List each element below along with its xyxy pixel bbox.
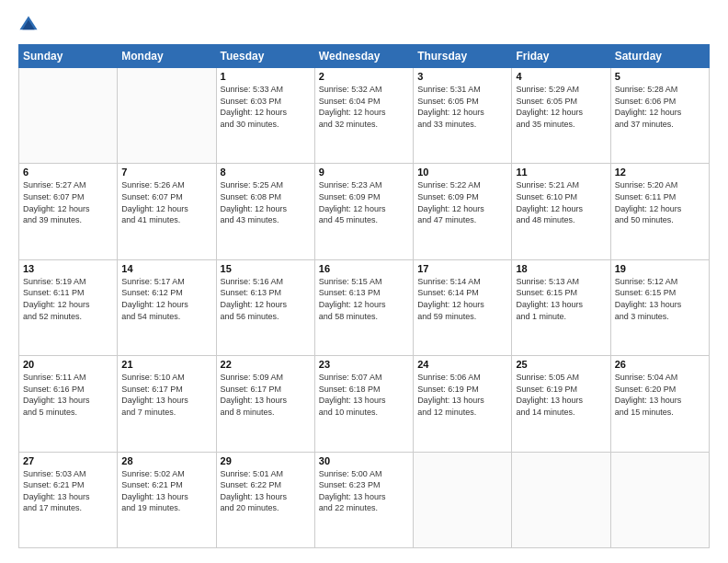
- day-info: Sunrise: 5:12 AM Sunset: 6:15 PM Dayligh…: [615, 276, 705, 322]
- calendar-week-1: 6Sunrise: 5:27 AM Sunset: 6:07 PM Daylig…: [19, 164, 710, 259]
- day-number: 6: [23, 167, 113, 178]
- day-number: 27: [23, 455, 113, 466]
- calendar-cell: 15Sunrise: 5:16 AM Sunset: 6:13 PM Dayli…: [216, 259, 314, 355]
- day-info: Sunrise: 5:10 AM Sunset: 6:17 PM Dayligh…: [121, 372, 211, 418]
- calendar-cell: 14Sunrise: 5:17 AM Sunset: 6:12 PM Dayli…: [118, 259, 216, 355]
- day-info: Sunrise: 5:21 AM Sunset: 6:10 PM Dayligh…: [516, 179, 606, 225]
- day-info: Sunrise: 5:15 AM Sunset: 6:13 PM Dayligh…: [319, 276, 409, 322]
- day-number: 14: [121, 263, 211, 274]
- day-number: 17: [417, 263, 507, 274]
- day-info: Sunrise: 5:06 AM Sunset: 6:19 PM Dayligh…: [417, 372, 507, 418]
- day-info: Sunrise: 5:00 AM Sunset: 6:23 PM Dayligh…: [319, 468, 409, 514]
- day-info: Sunrise: 5:02 AM Sunset: 6:21 PM Dayligh…: [121, 468, 211, 514]
- day-info: Sunrise: 5:14 AM Sunset: 6:14 PM Dayligh…: [417, 276, 507, 322]
- day-info: Sunrise: 5:27 AM Sunset: 6:07 PM Dayligh…: [23, 179, 113, 225]
- calendar-cell: 22Sunrise: 5:09 AM Sunset: 6:17 PM Dayli…: [216, 356, 314, 452]
- day-info: Sunrise: 5:01 AM Sunset: 6:22 PM Dayligh…: [221, 468, 311, 514]
- calendar-cell: 3Sunrise: 5:31 AM Sunset: 6:05 PM Daylig…: [414, 68, 512, 164]
- calendar-cell: 2Sunrise: 5:32 AM Sunset: 6:04 PM Daylig…: [314, 68, 413, 164]
- calendar-cell: 4Sunrise: 5:29 AM Sunset: 6:05 PM Daylig…: [512, 68, 610, 164]
- day-info: Sunrise: 5:09 AM Sunset: 6:17 PM Dayligh…: [221, 372, 311, 418]
- calendar-cell: 20Sunrise: 5:11 AM Sunset: 6:16 PM Dayli…: [19, 356, 118, 452]
- day-info: Sunrise: 5:33 AM Sunset: 6:03 PM Dayligh…: [221, 84, 311, 130]
- calendar-cell: 26Sunrise: 5:04 AM Sunset: 6:20 PM Dayli…: [610, 356, 709, 452]
- day-info: Sunrise: 5:11 AM Sunset: 6:16 PM Dayligh…: [23, 372, 113, 418]
- day-number: 26: [615, 359, 705, 370]
- weekday-row: SundayMondayTuesdayWednesdayThursdayFrid…: [19, 45, 710, 68]
- weekday-header-wednesday: Wednesday: [314, 45, 413, 68]
- day-info: Sunrise: 5:26 AM Sunset: 6:07 PM Dayligh…: [121, 179, 211, 225]
- day-number: 10: [417, 167, 507, 178]
- calendar-cell: [414, 452, 512, 547]
- weekday-header-friday: Friday: [512, 45, 610, 68]
- calendar-cell: 24Sunrise: 5:06 AM Sunset: 6:19 PM Dayli…: [414, 356, 512, 452]
- calendar-cell: [610, 452, 709, 547]
- calendar-cell: [512, 452, 610, 547]
- day-info: Sunrise: 5:05 AM Sunset: 6:19 PM Dayligh…: [516, 372, 606, 418]
- calendar-cell: [19, 68, 118, 164]
- day-number: 5: [615, 71, 705, 82]
- calendar-cell: 9Sunrise: 5:23 AM Sunset: 6:09 PM Daylig…: [314, 164, 413, 259]
- calendar-cell: 23Sunrise: 5:07 AM Sunset: 6:18 PM Dayli…: [314, 356, 413, 452]
- calendar-week-2: 13Sunrise: 5:19 AM Sunset: 6:11 PM Dayli…: [19, 259, 710, 355]
- calendar-cell: 1Sunrise: 5:33 AM Sunset: 6:03 PM Daylig…: [216, 68, 314, 164]
- calendar-cell: 30Sunrise: 5:00 AM Sunset: 6:23 PM Dayli…: [314, 452, 413, 547]
- day-number: 8: [221, 167, 311, 178]
- calendar-cell: 12Sunrise: 5:20 AM Sunset: 6:11 PM Dayli…: [610, 164, 709, 259]
- day-info: Sunrise: 5:03 AM Sunset: 6:21 PM Dayligh…: [23, 468, 113, 514]
- day-number: 3: [417, 71, 507, 82]
- day-info: Sunrise: 5:29 AM Sunset: 6:05 PM Dayligh…: [516, 84, 606, 130]
- logo-icon: [18, 15, 39, 35]
- calendar-cell: [118, 68, 216, 164]
- calendar-cell: 29Sunrise: 5:01 AM Sunset: 6:22 PM Dayli…: [216, 452, 314, 547]
- weekday-header-tuesday: Tuesday: [216, 45, 314, 68]
- calendar-cell: 18Sunrise: 5:13 AM Sunset: 6:15 PM Dayli…: [512, 259, 610, 355]
- day-number: 28: [121, 455, 211, 466]
- day-number: 22: [221, 359, 311, 370]
- day-number: 4: [516, 71, 606, 82]
- day-info: Sunrise: 5:31 AM Sunset: 6:05 PM Dayligh…: [417, 84, 507, 130]
- calendar-cell: 16Sunrise: 5:15 AM Sunset: 6:13 PM Dayli…: [314, 259, 413, 355]
- weekday-header-thursday: Thursday: [414, 45, 512, 68]
- day-info: Sunrise: 5:22 AM Sunset: 6:09 PM Dayligh…: [417, 179, 507, 225]
- calendar-cell: 5Sunrise: 5:28 AM Sunset: 6:06 PM Daylig…: [610, 68, 709, 164]
- day-number: 7: [121, 167, 211, 178]
- day-number: 19: [615, 263, 705, 274]
- calendar-cell: 21Sunrise: 5:10 AM Sunset: 6:17 PM Dayli…: [118, 356, 216, 452]
- calendar-cell: 6Sunrise: 5:27 AM Sunset: 6:07 PM Daylig…: [19, 164, 118, 259]
- day-number: 15: [221, 263, 311, 274]
- weekday-header-sunday: Sunday: [19, 45, 118, 68]
- logo: [18, 15, 42, 35]
- weekday-header-saturday: Saturday: [610, 45, 709, 68]
- day-number: 21: [121, 359, 211, 370]
- day-number: 23: [319, 359, 409, 370]
- day-number: 2: [319, 71, 409, 82]
- calendar-cell: 27Sunrise: 5:03 AM Sunset: 6:21 PM Dayli…: [19, 452, 118, 547]
- calendar-week-4: 27Sunrise: 5:03 AM Sunset: 6:21 PM Dayli…: [19, 452, 710, 547]
- day-number: 25: [516, 359, 606, 370]
- day-info: Sunrise: 5:28 AM Sunset: 6:06 PM Dayligh…: [615, 84, 705, 130]
- day-info: Sunrise: 5:32 AM Sunset: 6:04 PM Dayligh…: [319, 84, 409, 130]
- day-number: 24: [417, 359, 507, 370]
- calendar-cell: 17Sunrise: 5:14 AM Sunset: 6:14 PM Dayli…: [414, 259, 512, 355]
- calendar-cell: 11Sunrise: 5:21 AM Sunset: 6:10 PM Dayli…: [512, 164, 610, 259]
- calendar-cell: 13Sunrise: 5:19 AM Sunset: 6:11 PM Dayli…: [19, 259, 118, 355]
- day-number: 29: [221, 455, 311, 466]
- day-number: 13: [23, 263, 113, 274]
- day-info: Sunrise: 5:25 AM Sunset: 6:08 PM Dayligh…: [221, 179, 311, 225]
- calendar-cell: 8Sunrise: 5:25 AM Sunset: 6:08 PM Daylig…: [216, 164, 314, 259]
- day-info: Sunrise: 5:17 AM Sunset: 6:12 PM Dayligh…: [121, 276, 211, 322]
- day-info: Sunrise: 5:16 AM Sunset: 6:13 PM Dayligh…: [221, 276, 311, 322]
- day-info: Sunrise: 5:04 AM Sunset: 6:20 PM Dayligh…: [615, 372, 705, 418]
- day-number: 16: [319, 263, 409, 274]
- calendar-week-3: 20Sunrise: 5:11 AM Sunset: 6:16 PM Dayli…: [19, 356, 710, 452]
- day-info: Sunrise: 5:07 AM Sunset: 6:18 PM Dayligh…: [319, 372, 409, 418]
- day-number: 9: [319, 167, 409, 178]
- day-number: 18: [516, 263, 606, 274]
- day-info: Sunrise: 5:13 AM Sunset: 6:15 PM Dayligh…: [516, 276, 606, 322]
- day-number: 20: [23, 359, 113, 370]
- day-number: 1: [221, 71, 311, 82]
- day-number: 30: [319, 455, 409, 466]
- day-info: Sunrise: 5:20 AM Sunset: 6:11 PM Dayligh…: [615, 179, 705, 225]
- calendar-cell: 7Sunrise: 5:26 AM Sunset: 6:07 PM Daylig…: [118, 164, 216, 259]
